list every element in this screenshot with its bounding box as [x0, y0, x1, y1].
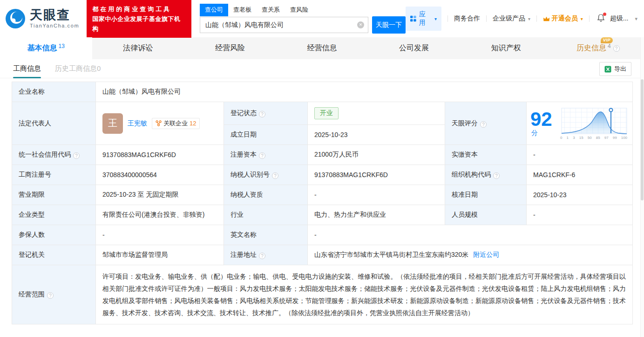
search-button[interactable]: 天眼一下 [372, 16, 406, 34]
business-info-table: 企业名称 山能（邹城）风电有限公司 法定代表人 王 王宪敏 关联企 [0, 78, 644, 324]
nav-apps[interactable]: 应用 ▾ [406, 7, 441, 31]
tab-operational-risk[interactable]: 经营风险 [184, 37, 276, 59]
staff-size-label: 人员规模 [445, 205, 527, 225]
subtab-business-registration[interactable]: 工商信息 [13, 59, 41, 78]
score-marker-pin [609, 108, 612, 111]
subtab-history-registration[interactable]: 历史工商信息0 [55, 59, 101, 78]
est-date-value: 2025-10-23 [308, 125, 445, 145]
nearby-companies-link[interactable]: 附近公司 [473, 251, 499, 258]
nav-enterprise-products[interactable]: 企业级产品 ▾ [493, 14, 530, 23]
brand-domain: TianYanCha.com [30, 23, 79, 28]
english-name-label: 英文名称 [224, 225, 308, 245]
tab-intellectual-property[interactable]: 知识产权 [460, 37, 552, 59]
nav-business-cooperation[interactable]: 商务合作 [454, 14, 480, 23]
chevron-down-icon: ▾ [528, 16, 530, 21]
help-icon[interactable]: ? [259, 253, 265, 259]
table-row: 登记机关 邹城市市场监督管理局 注册地址? 山东省济宁市邹城市太平镇马街村卫生室… [12, 245, 633, 265]
nav-open-vip[interactable]: 开通会员 ▾ [543, 14, 583, 23]
insured-count-label: 参保人数 [12, 225, 96, 245]
related-companies-badge[interactable]: 关联企业 12 [152, 118, 200, 129]
score-axis-tick: 99 [613, 136, 617, 140]
tianyancha-logo[interactable]: 天眼查 TianYanCha.com [5, 8, 79, 29]
legal-rep-cell: 王 王宪敏 关联企业 12 [96, 102, 224, 145]
table-row: 营业期限 2025-10-23 至 无固定期限 纳税人资质 - 核准日期 202… [12, 185, 633, 205]
help-icon[interactable]: ? [259, 152, 265, 159]
score-value: 92 [530, 108, 552, 130]
credit-code-value: 91370883MAG1CRKF6D [96, 145, 224, 165]
score-axis-tick: 1 [567, 136, 569, 140]
notification-dot [603, 13, 606, 16]
english-name-value: - [308, 225, 633, 245]
tab-label: 经营信息 [307, 43, 337, 53]
business-scope-label: 经营范围? [12, 265, 96, 324]
search-tab-relation[interactable]: 查关系 [257, 4, 285, 16]
reg-address-value: 山东省济宁市邹城市太平镇马街村卫生室东南约320米附近公司 [308, 245, 633, 265]
search-tab-boss[interactable]: 查老板 [228, 4, 257, 16]
reg-authority-label: 登记机关 [12, 245, 96, 265]
scrollbar-track[interactable] [640, 37, 644, 337]
status-badge: 开业 [314, 107, 339, 119]
table-row: 企业类型 有限责任公司(港澳台投资、非独资) 行业 电力、热力生产和供应业 人员… [12, 205, 633, 225]
help-icon[interactable]: ? [613, 45, 620, 52]
company-name-value: 山能（邹城）风电有限公司 [96, 82, 633, 102]
reg-address-label: 注册地址? [224, 245, 308, 265]
search-tabs: 查公司 查老板 查关系 查风险 [200, 4, 406, 16]
table-row: 参保人数 - 英文名称 - [12, 225, 633, 245]
divider [536, 15, 537, 22]
score-unit: 分 [531, 129, 538, 137]
company-section-tabs: 基本信息 13 法律诉讼 经营风险 经营信息 公司发展 知识产权 历史信息 VI… [0, 37, 644, 59]
vip-badge: VIP [601, 37, 613, 43]
approval-date-value: 2025-10-23 [527, 185, 633, 205]
help-icon[interactable]: ? [47, 292, 54, 299]
reg-capital-value: 21000万人民币 [308, 145, 445, 165]
legal-rep-name-link[interactable]: 王宪敏 [128, 119, 147, 128]
search-input[interactable] [200, 17, 368, 33]
nav-enterprise-label: 企业级产品 [493, 14, 525, 23]
staff-size-value: - [527, 205, 633, 225]
search-tab-risk[interactable]: 查风险 [285, 4, 313, 16]
reg-authority-value: 邹城市市场监督管理局 [96, 245, 224, 265]
org-network-icon [156, 120, 162, 126]
tab-business-info[interactable]: 经营信息 [276, 37, 368, 59]
score-axis-ticks: 0131550859799100 [559, 136, 629, 140]
help-icon[interactable]: ? [272, 172, 278, 179]
clear-search-icon[interactable]: ✕ [357, 21, 364, 28]
search-tab-company[interactable]: 查公司 [200, 4, 228, 16]
avatar[interactable]: 王 [102, 113, 123, 134]
score-axis-tick: 100 [621, 136, 627, 140]
business-term-value: 2025-10-23 至 无固定期限 [96, 185, 224, 205]
taxpayer-id-value: 91370883MAG1CRKF6D [308, 165, 445, 185]
chevron-down-icon[interactable]: ▾ [635, 16, 637, 22]
approval-date-label: 核准日期 [445, 185, 527, 205]
chevron-down-icon: ▾ [581, 16, 583, 21]
reg-status-label: 登记状态? [224, 102, 308, 125]
help-icon[interactable]: ? [480, 121, 487, 128]
est-date-label: 成立日期 [224, 125, 308, 145]
org-code-label: 组织机构代码? [445, 165, 527, 185]
tab-history-info[interactable]: 历史信息 VIP 4 ? [552, 37, 644, 59]
scrollbar-thumb[interactable] [641, 79, 644, 200]
insured-count-value: - [96, 225, 224, 245]
tab-label: 历史信息 [576, 44, 606, 52]
nav-user-account[interactable]: 超级... [610, 14, 629, 23]
tab-company-development[interactable]: 公司发展 [368, 37, 460, 59]
chevron-down-icon: ▾ [434, 16, 437, 21]
tab-label: 经营风险 [215, 43, 245, 53]
tab-basic-info[interactable]: 基本信息 13 [0, 37, 92, 59]
help-icon[interactable]: ? [493, 172, 500, 179]
nav-user-label: 超级... [610, 14, 629, 23]
apps-grid-icon [410, 15, 416, 22]
help-icon[interactable]: ? [259, 111, 265, 117]
org-code-value: MAG1CRKF-6 [527, 165, 633, 185]
score-axis-tick: 85 [596, 136, 600, 140]
score-axis-tick: 97 [604, 136, 609, 140]
divider [447, 15, 448, 22]
score-cell[interactable]: 92分 [527, 102, 633, 145]
nav-business-label: 商务合作 [454, 14, 480, 23]
company-type-value: 有限责任公司(港澳台投资、非独资) [96, 205, 224, 225]
notification-bell-icon[interactable] [597, 14, 605, 24]
help-icon[interactable]: ? [73, 152, 80, 159]
export-button[interactable]: 导出 [599, 62, 631, 76]
taxpayer-id-label: 纳税人识别号? [224, 165, 308, 185]
tab-legal-litigation[interactable]: 法律诉讼 [92, 37, 184, 59]
